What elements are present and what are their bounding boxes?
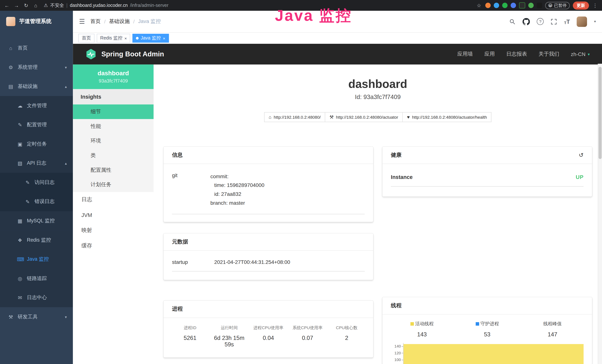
paused-badge[interactable]: 😀 已暂停 bbox=[545, 2, 570, 9]
search-icon[interactable] bbox=[509, 18, 516, 25]
sidebar-item-system[interactable]: ⚙ 系统管理 ▾ bbox=[0, 58, 73, 77]
sidebar-item-home[interactable]: ⌂ 首页 bbox=[0, 38, 73, 58]
sidebar-item-access-logs[interactable]: ✎ 访问日志 bbox=[0, 173, 73, 192]
reload-icon[interactable]: ↻ bbox=[23, 2, 29, 8]
extension-icon[interactable] bbox=[494, 3, 499, 8]
sba-menu-caches[interactable]: 缓存 bbox=[73, 238, 153, 254]
close-icon[interactable]: × bbox=[124, 36, 127, 41]
sidebar-item-label: Java 监控 bbox=[27, 256, 49, 263]
extension-icon[interactable] bbox=[485, 3, 491, 8]
link-health-url[interactable]: ♥ http://192.168.0.2:48080/actuator/heal… bbox=[403, 112, 492, 122]
tag-home[interactable]: 首页 bbox=[78, 34, 94, 43]
language-label: zh-CN bbox=[571, 51, 585, 57]
user-avatar[interactable] bbox=[577, 16, 587, 27]
sidebar-item-api-logs[interactable]: ▧ API 日志 ▴ bbox=[0, 153, 73, 173]
sba-nav-journal[interactable]: 日志报表 bbox=[506, 51, 527, 57]
github-icon[interactable] bbox=[523, 18, 530, 25]
info-key: git bbox=[172, 172, 210, 208]
forward-icon[interactable]: → bbox=[13, 2, 20, 8]
breadcrumb-home[interactable]: 首页 bbox=[90, 18, 101, 25]
live-threads-color bbox=[410, 322, 414, 326]
security-label: 不安全 bbox=[50, 2, 64, 9]
java-icon: ⌨ bbox=[17, 256, 23, 262]
link-actuator-url[interactable]: ⚒ http://192.168.0.2:48080/actuator bbox=[325, 112, 403, 122]
sidebar-item-file-management[interactable]: ☁ 文件管理 bbox=[0, 96, 73, 115]
instance-header[interactable]: dashboard 93a3fc7f7409 bbox=[73, 64, 153, 89]
sba-menu-jvm[interactable]: JVM bbox=[73, 207, 153, 223]
sba-navbar: Spring Boot Admin 应用墙 应用 日志报表 关于我们 zh-CN… bbox=[73, 44, 602, 64]
chart-y-axis: 140 120 100 bbox=[389, 343, 403, 364]
close-icon[interactable]: × bbox=[163, 36, 165, 41]
card-title: 元数据 bbox=[172, 238, 188, 245]
info-git-row: git commit: time: 1596289704000 id: 27aa… bbox=[172, 169, 365, 214]
update-button[interactable]: 更新 bbox=[573, 1, 589, 9]
chevron-down-icon: ▾ bbox=[65, 315, 67, 319]
health-key: Instance bbox=[391, 174, 413, 180]
sba-menu-details[interactable]: 细节 bbox=[73, 104, 153, 119]
sba-menu-mappings[interactable]: 映射 bbox=[73, 223, 153, 238]
sba-menu-classes[interactable]: 类 bbox=[73, 148, 153, 163]
sidebar-item-redis-monitor[interactable]: ❖ Redis 监控 bbox=[0, 230, 73, 250]
page-scrollbar[interactable] bbox=[598, 64, 602, 364]
sba-menu-logs[interactable]: 日志 bbox=[73, 192, 153, 207]
back-icon[interactable]: ← bbox=[4, 2, 10, 8]
sidebar-item-mysql-monitor[interactable]: ▦ MySQL 监控 bbox=[0, 211, 73, 230]
sba-menu-environment[interactable]: 环境 bbox=[73, 134, 153, 148]
extension-puzzle-icon[interactable] bbox=[537, 3, 542, 8]
sidebar-item-label: 链路追踪 bbox=[27, 275, 47, 282]
app-logo[interactable]: 芋道管理系统 bbox=[0, 11, 73, 32]
tag-java-monitor[interactable]: Java 监控 × bbox=[133, 34, 169, 43]
smiley-icon: 😀 bbox=[548, 3, 552, 8]
history-icon[interactable]: ↺ bbox=[579, 152, 584, 159]
extension-icon[interactable] bbox=[528, 3, 533, 8]
link-service-url[interactable]: ⌂ http://192.168.0.2:48080/ bbox=[264, 112, 325, 122]
breadcrumb-separator: / bbox=[133, 19, 135, 24]
sidebar-item-log-center[interactable]: ✉ 日志中心 bbox=[0, 288, 73, 307]
hamburger-icon[interactable]: ☰ bbox=[79, 17, 85, 25]
sidebar-item-scheduled-tasks[interactable]: ▣ 定时任务 bbox=[0, 134, 73, 154]
trace-icon: ◎ bbox=[17, 276, 23, 281]
help-icon[interactable]: ? bbox=[537, 18, 544, 25]
extension-icon[interactable] bbox=[502, 3, 507, 8]
sba-menu-config-props[interactable]: 配置属性 bbox=[73, 163, 153, 177]
health-instance-row[interactable]: Instance UP bbox=[391, 170, 584, 187]
sba-brand[interactable]: Spring Boot Admin bbox=[85, 48, 164, 60]
scrollbar-thumb[interactable] bbox=[599, 67, 602, 159]
instance-name: dashboard bbox=[73, 70, 153, 77]
sba-nav-wallboard[interactable]: 应用墙 bbox=[457, 51, 473, 57]
sba-nav-applications[interactable]: 应用 bbox=[484, 51, 495, 57]
tools-icon: ⚒ bbox=[8, 314, 14, 320]
sidebar-item-java-monitor[interactable]: ⌨ Java 监控 bbox=[0, 250, 73, 269]
breadcrumb-infrastructure[interactable]: 基础设施 bbox=[109, 18, 130, 25]
process-card: 进程 进程ID 5261 运行时间 6d 23h 15m 59s bbox=[163, 300, 373, 357]
url-path: /infra/admin-server bbox=[130, 3, 168, 8]
sba-menu-scheduled-tasks[interactable]: 计划任务 bbox=[73, 177, 153, 192]
instance-links: ⌂ http://192.168.0.2:48080/ ⚒ http://192… bbox=[153, 112, 602, 122]
extension-icon[interactable] bbox=[510, 3, 516, 8]
sidebar-item-config-management[interactable]: ✎ 配置管理 bbox=[0, 115, 73, 134]
metadata-card: 元数据 startup 2021-04-27T00:44:31.254+08:0… bbox=[163, 234, 373, 280]
sba-menu-metrics[interactable]: 性能 bbox=[73, 119, 153, 134]
sba-nav-about[interactable]: 关于我们 bbox=[538, 51, 559, 57]
sidebar-item-tracing[interactable]: ◎ 链路追踪 bbox=[0, 269, 73, 288]
sidebar-item-infrastructure[interactable]: ▤ 基础设施 ▴ bbox=[0, 77, 73, 96]
sidebar-item-label: 访问日志 bbox=[34, 179, 54, 186]
tag-redis-monitor[interactable]: Redis 监控 × bbox=[97, 34, 130, 43]
log-icon: ▧ bbox=[17, 161, 23, 166]
avatar-caret-icon[interactable]: ▾ bbox=[594, 20, 596, 23]
language-selector[interactable]: zh-CN ▾ bbox=[571, 51, 590, 57]
edit-icon: ✎ bbox=[17, 122, 23, 128]
home-icon[interactable]: ⌂ bbox=[33, 2, 39, 8]
link-url: http://192.168.0.2:48080/actuator/health bbox=[412, 115, 487, 119]
font-size-icon[interactable]: TT bbox=[564, 18, 570, 25]
chevron-up-icon: ▴ bbox=[65, 161, 67, 165]
address-bar[interactable]: ⚠ 不安全 | dashboard.yudao.iocoder.cn/infra… bbox=[44, 2, 168, 9]
extension-icon[interactable] bbox=[519, 2, 525, 8]
fullscreen-icon[interactable] bbox=[551, 18, 557, 25]
browser-menu-icon[interactable]: ⋮ bbox=[592, 2, 598, 8]
doc-icon: ✎ bbox=[25, 180, 31, 185]
sidebar-item-error-logs[interactable]: ✎ 错误日志 bbox=[0, 192, 73, 211]
sidebar-item-dev-tools[interactable]: ⚒ 研发工具 ▾ bbox=[0, 307, 73, 327]
url-host: dashboard.yudao.iocoder.cn bbox=[70, 3, 128, 8]
bookmark-star-icon[interactable]: ☆ bbox=[476, 2, 482, 8]
